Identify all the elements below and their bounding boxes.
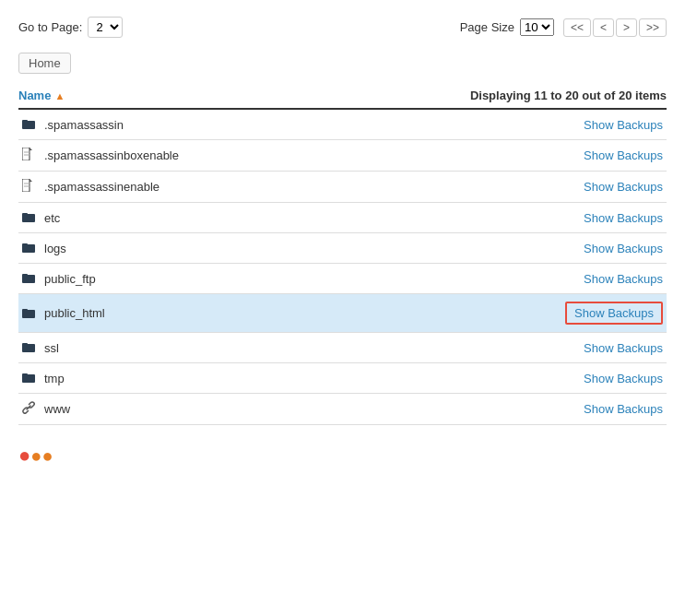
- svg-rect-17: [22, 343, 28, 346]
- file-left-4: logs: [22, 241, 66, 255]
- show-backups-link[interactable]: Show Backups: [565, 302, 663, 325]
- logo-text: ●●: [30, 445, 53, 467]
- page-size-area: Page Size 10 25 50 << < > >>: [460, 18, 667, 37]
- sort-arrow-icon: ▲: [54, 90, 65, 101]
- svg-rect-19: [22, 373, 28, 376]
- table-row: www Show Backups: [18, 394, 667, 425]
- file-name: ssl: [44, 341, 59, 355]
- name-label: Name: [18, 89, 51, 102]
- file-name: logs: [44, 242, 66, 255]
- table-row: ssl Show Backups: [18, 333, 667, 363]
- go-to-page-label: Go to Page:: [18, 20, 82, 34]
- file-name: .spamassassinenable: [44, 180, 159, 194]
- link-icon: [22, 401, 37, 417]
- prev-page-button[interactable]: <: [593, 18, 614, 37]
- file-left-8: tmp: [22, 371, 65, 385]
- svg-rect-11: [22, 243, 28, 246]
- top-bar: Go to Page: 2 1 Page Size 10 25 50 << < …: [18, 9, 667, 45]
- file-name: .spamassassinboxenable: [44, 148, 179, 162]
- file-name: .spamassassin: [44, 118, 124, 132]
- go-to-page-select[interactable]: 2 1: [88, 17, 123, 38]
- table-row: .spamassassin Show Backups: [18, 110, 667, 140]
- table-row: logs Show Backups: [18, 233, 667, 264]
- file-left-7: ssl: [22, 340, 59, 355]
- breadcrumb: Home: [18, 53, 667, 74]
- table-row: .spamassassinboxenable Show Backups: [18, 140, 667, 172]
- svg-rect-9: [22, 213, 28, 216]
- file-name: public_ftp: [44, 272, 96, 286]
- last-page-button[interactable]: >>: [639, 18, 667, 37]
- svg-rect-5: [22, 179, 30, 192]
- file-left-0: .spamassassin: [22, 117, 124, 132]
- display-info: Displaying 11 to 20 out of 20 items: [470, 89, 667, 102]
- show-backups-link[interactable]: Show Backups: [584, 272, 663, 286]
- file-left-1: .spamassassinboxenable: [22, 148, 179, 163]
- folder-icon: [22, 241, 37, 255]
- folder-icon: [22, 306, 37, 321]
- table-row: .spamassassinenable Show Backups: [18, 172, 667, 203]
- show-backups-link[interactable]: Show Backups: [584, 118, 663, 132]
- file-left-5: public_ftp: [22, 271, 96, 286]
- go-to-page: Go to Page: 2 1: [18, 17, 123, 38]
- first-page-button[interactable]: <<: [563, 18, 591, 37]
- folder-icon: [22, 271, 37, 286]
- file-name: www: [44, 402, 70, 416]
- show-backups-link[interactable]: Show Backups: [584, 211, 663, 225]
- table-row: tmp Show Backups: [18, 363, 667, 394]
- show-backups-link[interactable]: Show Backups: [584, 372, 663, 385]
- folder-icon: [22, 210, 37, 225]
- home-breadcrumb[interactable]: Home: [18, 53, 71, 74]
- show-backups-link[interactable]: Show Backups: [584, 148, 663, 162]
- table-row: etc Show Backups: [18, 203, 667, 233]
- bottom-logo: ● ●●: [18, 444, 667, 468]
- logo-icon: ●: [18, 444, 30, 468]
- pagination-buttons: << < > >>: [563, 18, 667, 37]
- name-column-header[interactable]: Name ▲: [18, 89, 65, 102]
- show-backups-link[interactable]: Show Backups: [584, 402, 663, 416]
- doc-icon: [22, 179, 37, 195]
- table-header: Name ▲ Displaying 11 to 20 out of 20 ite…: [18, 83, 667, 110]
- doc-icon: [22, 148, 37, 163]
- folder-icon: [22, 371, 37, 385]
- show-backups-link[interactable]: Show Backups: [584, 242, 663, 255]
- file-name: etc: [44, 211, 60, 225]
- folder-icon: [22, 340, 37, 355]
- file-name: public_html: [44, 306, 105, 320]
- file-list: .spamassassin Show Backups .spamassassin…: [18, 110, 667, 425]
- next-page-button[interactable]: >: [616, 18, 637, 37]
- folder-icon: [22, 117, 37, 132]
- main-container: Go to Page: 2 1 Page Size 10 25 50 << < …: [0, 0, 685, 486]
- svg-rect-2: [22, 148, 30, 160]
- show-backups-link[interactable]: Show Backups: [584, 180, 663, 194]
- table-row: public_html Show Backups: [18, 294, 667, 333]
- page-size-select[interactable]: 10 25 50: [520, 18, 554, 36]
- file-left-6: public_html: [22, 306, 105, 321]
- show-backups-link[interactable]: Show Backups: [584, 341, 663, 355]
- file-name: tmp: [44, 372, 65, 385]
- table-row: public_ftp Show Backups: [18, 264, 667, 294]
- svg-rect-1: [22, 120, 28, 123]
- svg-rect-15: [22, 309, 28, 312]
- page-size-label: Page Size: [460, 20, 514, 34]
- file-left-3: etc: [22, 210, 60, 225]
- file-left-2: .spamassassinenable: [22, 179, 159, 195]
- file-left-9: www: [22, 401, 70, 417]
- svg-rect-13: [22, 274, 28, 277]
